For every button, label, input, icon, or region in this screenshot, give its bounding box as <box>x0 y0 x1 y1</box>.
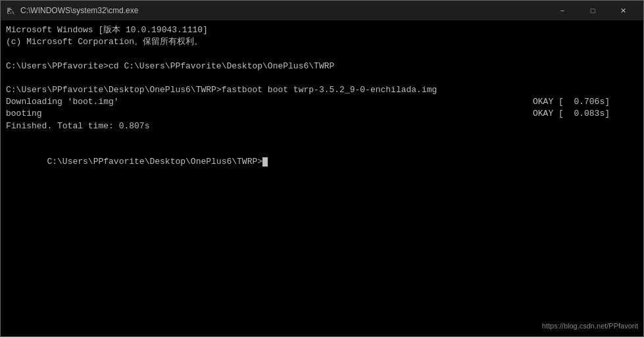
console-line-5 <box>6 72 638 84</box>
titlebar: C:\ C:\WINDOWS\system32\cmd.exe − □ ✕ <box>1 1 643 20</box>
console-line-11: C:\Users\PPfavorite\Desktop\OnePlus6\TWR… <box>6 144 638 180</box>
console-line-3 <box>6 48 638 60</box>
console-line-7: Downloading 'boot.img' OKAY [ 0.706s] <box>6 96 638 108</box>
console-area[interactable]: Microsoft Windows [版本 10.0.19043.1110] (… <box>1 20 643 336</box>
cmd-window: C:\ C:\WINDOWS\system32\cmd.exe − □ ✕ Mi… <box>0 0 644 337</box>
cmd-icon: C:\ <box>6 5 16 16</box>
window-title: C:\WINDOWS\system32\cmd.exe <box>20 6 138 15</box>
cursor <box>262 157 268 167</box>
console-line-2: (c) Microsoft Corporation。保留所有权利。 <box>6 36 638 48</box>
minimize-button[interactable]: − <box>547 1 578 20</box>
console-line-4: C:\Users\PPfavorite>cd C:\Users\PPfavori… <box>6 61 638 72</box>
console-line-10 <box>6 132 638 144</box>
close-button[interactable]: ✕ <box>608 1 638 20</box>
titlebar-controls: − □ ✕ <box>547 1 638 20</box>
svg-rect-1 <box>7 8 11 9</box>
watermark: https://blog.csdn.net/PPfavorit <box>542 321 638 331</box>
console-line-6: C:\Users\PPfavorite\Desktop\OnePlus6\TWR… <box>6 84 638 96</box>
console-line-1: Microsoft Windows [版本 10.0.19043.1110] <box>6 24 638 36</box>
titlebar-left: C:\ C:\WINDOWS\system32\cmd.exe <box>6 5 138 16</box>
prompt-text: C:\Users\PPfavorite\Desktop\OnePlus6\TWR… <box>47 157 262 167</box>
console-line-9: Finished. Total time: 0.807s <box>6 120 638 132</box>
maximize-button[interactable]: □ <box>578 1 608 20</box>
svg-text:C:\: C:\ <box>7 10 14 14</box>
console-line-8: booting OKAY [ 0.083s] <box>6 108 638 120</box>
